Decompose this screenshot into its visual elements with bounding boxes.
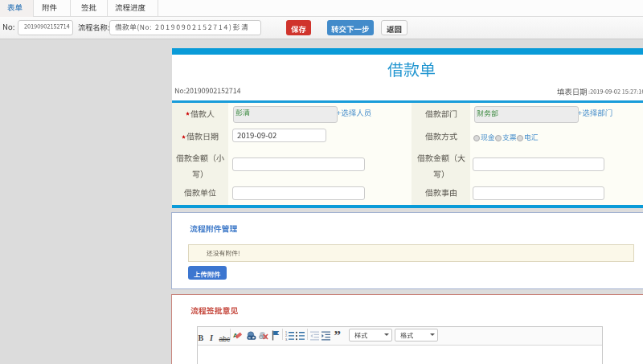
svg-text:3.: 3. [285,338,288,341]
